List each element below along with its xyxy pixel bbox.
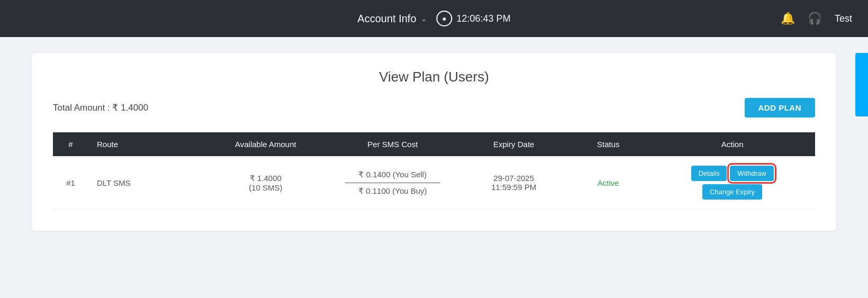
cell-status: Active	[567, 156, 649, 210]
details-button[interactable]: Details	[691, 166, 727, 181]
col-status: Status	[567, 132, 649, 156]
main-content: View Plan (Users) Total Amount : ₹ 1.400…	[0, 37, 868, 247]
cell-expiry-date: 29-07-2025 11:59:59 PM	[460, 156, 567, 210]
available-amount-value: ₹ 1.4000	[250, 174, 282, 183]
col-num: #	[53, 132, 88, 156]
table-row: #1 DLT SMS ₹ 1.4000 (10 SMS) ₹ 0.1400 (Y…	[53, 156, 815, 210]
support-icon[interactable]: 🎧	[808, 12, 822, 25]
topnav-center: Account Info ⌄ ● 12:06:43 PM	[357, 11, 510, 26]
table-header: # Route Available Amount Per SMS Cost Ex…	[53, 132, 815, 156]
chevron-down-icon: ⌄	[421, 14, 427, 23]
price-divider	[345, 183, 440, 183]
topnav-right: 🔔 🎧 Test	[781, 12, 852, 25]
cell-available-amount: ₹ 1.4000 (10 SMS)	[206, 156, 324, 210]
col-route: Route	[88, 132, 206, 156]
time-section: ● 12:06:43 PM	[437, 11, 511, 26]
account-info-button[interactable]: Account Info ⌄	[357, 13, 427, 25]
withdraw-button[interactable]: Withdraw	[730, 166, 773, 181]
bell-icon[interactable]: 🔔	[781, 12, 795, 25]
card-toolbar: Total Amount : ₹ 1.4000 ADD PLAN	[53, 98, 815, 118]
col-action: Action	[649, 132, 815, 156]
plan-card: View Plan (Users) Total Amount : ₹ 1.400…	[32, 53, 836, 231]
side-tab[interactable]	[855, 53, 868, 116]
table-body: #1 DLT SMS ₹ 1.4000 (10 SMS) ₹ 0.1400 (Y…	[53, 156, 815, 210]
sell-price: ₹ 0.1400 (You Sell)	[358, 170, 427, 179]
page-title: View Plan (Users)	[53, 69, 815, 85]
expiry-time-value: 11:59:59 PM	[491, 183, 536, 192]
available-sms-value: (10 SMS)	[249, 183, 282, 192]
time-display: 12:06:43 PM	[457, 13, 511, 24]
total-amount-label: Total Amount : ₹ 1.4000	[53, 102, 148, 113]
cell-route: DLT SMS	[88, 156, 206, 210]
user-label: Test	[835, 13, 852, 24]
status-badge: Active	[598, 178, 619, 187]
col-expiry-date: Expiry Date	[460, 132, 567, 156]
expiry-date-value: 29-07-2025	[493, 174, 534, 183]
cell-action: Details Withdraw Change Expiry	[649, 156, 815, 210]
account-info-label: Account Info	[357, 13, 416, 25]
plan-table: # Route Available Amount Per SMS Cost Ex…	[53, 132, 815, 210]
col-available-amount: Available Amount	[206, 132, 324, 156]
cell-num: #1	[53, 156, 88, 210]
cell-per-sms-cost: ₹ 0.1400 (You Sell) ₹ 0.1100 (You Buy)	[324, 156, 460, 210]
action-buttons: Details Withdraw Change Expiry	[658, 166, 807, 200]
top-navbar: Account Info ⌄ ● 12:06:43 PM 🔔 🎧 Test	[0, 0, 868, 37]
action-row-1: Details Withdraw	[691, 166, 774, 181]
buy-price: ₹ 0.1100 (You Buy)	[358, 186, 427, 196]
change-expiry-button[interactable]: Change Expiry	[702, 184, 762, 200]
col-per-sms-cost: Per SMS Cost	[324, 132, 460, 156]
clock-icon: ●	[437, 11, 453, 26]
action-row-2: Change Expiry	[702, 184, 762, 200]
add-plan-button[interactable]: ADD PLAN	[745, 98, 816, 118]
